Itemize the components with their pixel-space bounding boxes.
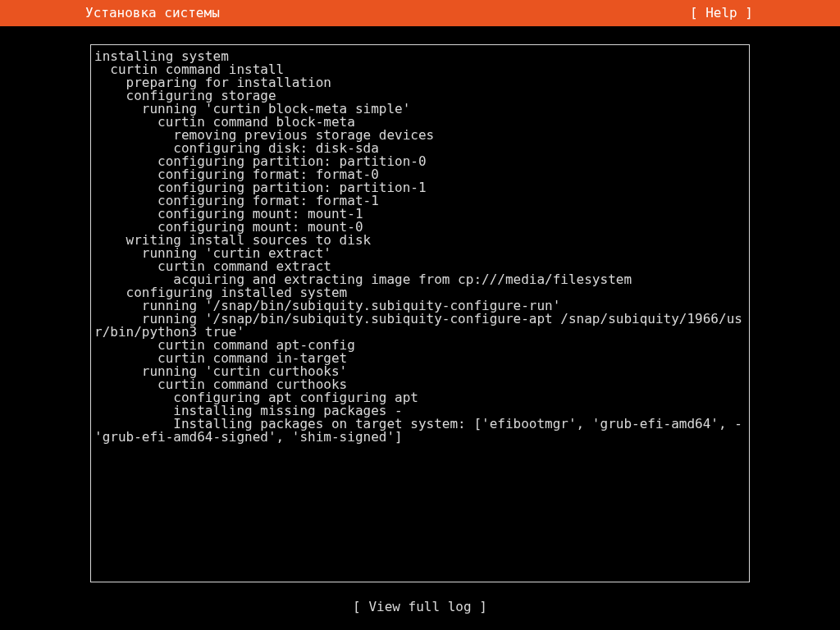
main-area: installing system curtin command install… (0, 26, 840, 614)
install-log: installing system curtin command install… (90, 44, 750, 582)
help-button[interactable]: [ Help ] (690, 7, 833, 20)
view-full-log-button[interactable]: [ View full log ] (353, 599, 487, 614)
footer: [ View full log ] (0, 600, 840, 614)
page-title: Установка системы (7, 7, 220, 20)
header-bar: Установка системы [ Help ] (0, 0, 840, 26)
